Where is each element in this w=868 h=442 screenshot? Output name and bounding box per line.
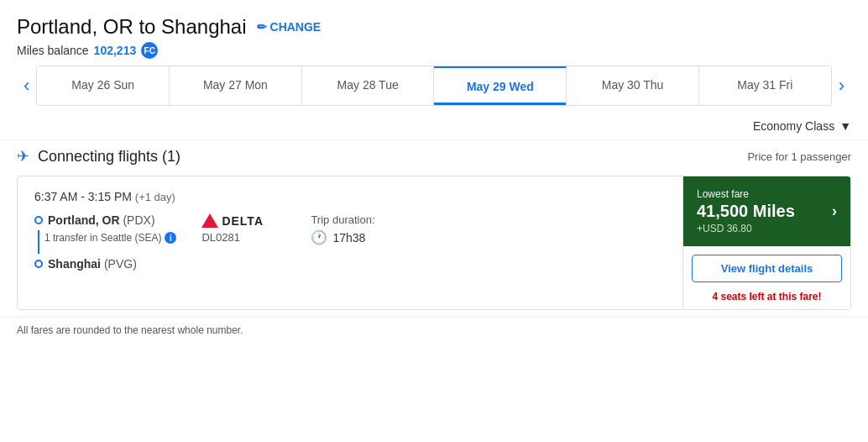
duration-time: 17h38 <box>332 231 365 245</box>
duration-section: Trip duration: 🕐 17h38 <box>311 213 374 245</box>
date-tab-may27[interactable]: May 27 Mon <box>170 66 302 105</box>
pencil-icon: ✏ <box>257 20 267 34</box>
date-tab-may30[interactable]: May 30 Thu <box>567 66 699 105</box>
duration-label: Trip duration: <box>311 213 374 226</box>
view-flight-details-button[interactable]: View flight details <box>692 255 842 282</box>
class-selector-button[interactable]: Economy Class ▼ <box>753 119 851 133</box>
clock-icon: 🕐 <box>311 229 327 245</box>
fare-miles-row: 41,500 Miles › <box>697 202 837 221</box>
flight-info: 6:37 AM - 3:15 PM (+1 day) Portland, OR … <box>18 176 682 309</box>
route-line-container: 1 transfer in Seattle (SEA) i <box>34 230 176 254</box>
seats-warning: 4 seats left at this fare! <box>683 291 850 309</box>
flight-number: DL0281 <box>201 231 285 244</box>
section-title: ✈ Connecting flights (1) <box>17 147 180 166</box>
date-tab-may31[interactable]: May 31 Fri <box>699 66 831 105</box>
route-section: Portland, OR (PDX) 1 transfer in Seattle… <box>34 213 666 271</box>
route-line <box>38 230 39 254</box>
chevron-down-icon: ▼ <box>839 119 851 133</box>
plane-icon: ✈ <box>17 147 29 166</box>
footer-note: All fares are rounded to the nearest who… <box>0 317 868 346</box>
section-header: ✈ Connecting flights (1) Price for 1 pas… <box>0 139 868 172</box>
date-next-button[interactable]: › <box>832 75 851 97</box>
flights-title: Connecting flights (1) <box>38 148 180 166</box>
duration-value: 🕐 17h38 <box>311 229 374 245</box>
dest-dot <box>34 260 43 268</box>
change-link[interactable]: ✏ CHANGE <box>257 20 322 34</box>
chevron-left-icon: ‹ <box>24 75 29 97</box>
dest-point: Shanghai (PVG) <box>34 257 176 271</box>
transfer-text: 1 transfer in Seattle (SEA) <box>44 232 161 244</box>
fare-usd: +USD 36.80 <box>697 223 752 234</box>
fare-section: Lowest fare 41,500 Miles › +USD 36.80 Vi… <box>682 176 850 309</box>
origin-city: Portland, OR (PDX) <box>48 213 155 227</box>
fare-arrow-icon: › <box>832 203 837 220</box>
date-prev-button[interactable]: ‹ <box>17 75 36 97</box>
airline-section: DELTA DL0281 <box>201 213 285 244</box>
date-tab-may26[interactable]: May 26 Sun <box>37 66 170 105</box>
fare-label: Lowest fare <box>697 188 749 200</box>
chevron-right-icon: › <box>839 75 844 97</box>
date-tab-may29[interactable]: May 29 Wed <box>434 66 567 105</box>
page-title: Portland, OR to Shanghai <box>17 15 247 39</box>
class-label: Economy Class <box>753 119 834 133</box>
class-row: Economy Class ▼ <box>0 119 868 139</box>
miles-label: Miles balance <box>17 44 89 57</box>
delta-logo: DELTA <box>201 213 285 228</box>
origin-point: Portland, OR (PDX) <box>34 213 176 227</box>
dest-city: Shanghai (PVG) <box>48 257 137 271</box>
transfer-info: 1 transfer in Seattle (SEA) i <box>44 232 176 244</box>
flight-card: 6:37 AM - 3:15 PM (+1 day) Portland, OR … <box>17 176 851 310</box>
change-label: CHANGE <box>270 20 322 34</box>
date-selector: ‹ May 26 Sun May 27 Mon May 28 Tue May 2… <box>0 66 868 106</box>
flight-time-row: 6:37 AM - 3:15 PM (+1 day) <box>34 190 666 203</box>
miles-row: Miles balance 102,213 FC <box>17 42 851 59</box>
fare-box[interactable]: Lowest fare 41,500 Miles › +USD 36.80 <box>683 176 850 246</box>
info-icon: i <box>165 232 176 244</box>
page-header: Portland, OR to Shanghai ✏ CHANGE Miles … <box>0 0 868 66</box>
route-visual: Portland, OR (PDX) 1 transfer in Seattle… <box>34 213 176 271</box>
plus-day: (+1 day) <box>135 191 175 203</box>
airline-name: DELTA <box>222 214 264 228</box>
flight-time: 6:37 AM - 3:15 PM <box>34 190 132 203</box>
date-tab-may28[interactable]: May 28 Tue <box>302 66 435 105</box>
fare-miles: 41,500 Miles <box>697 202 795 221</box>
origin-dot <box>34 216 43 224</box>
title-row: Portland, OR to Shanghai ✏ CHANGE <box>17 15 851 39</box>
passenger-info: Price for 1 passenger <box>747 150 851 163</box>
miles-value: 102,213 <box>94 44 137 57</box>
delta-triangle-icon <box>201 213 218 228</box>
date-tabs: May 26 Sun May 27 Mon May 28 Tue May 29 … <box>36 66 831 106</box>
miles-badge: FC <box>141 42 158 59</box>
